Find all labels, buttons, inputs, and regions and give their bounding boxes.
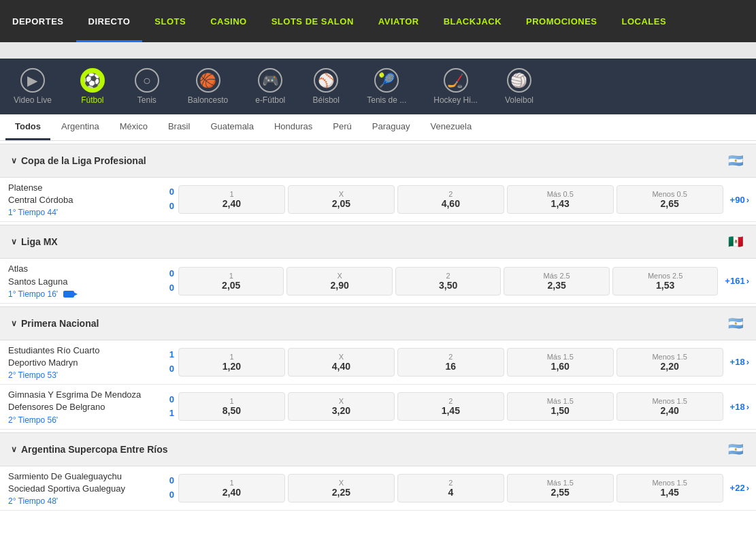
nav-item-locales[interactable]: LOCALES — [610, 0, 679, 42]
filter-tab-brasil[interactable]: Brasil — [159, 114, 200, 140]
sport-item-béisbol[interactable]: ⚾Béisbol — [299, 64, 353, 109]
odd-label: 1 — [182, 353, 282, 361]
sport-item-hockey-hi...[interactable]: 🏒Hockey Hi... — [420, 64, 491, 109]
more-bets-button[interactable]: +90 › — [723, 195, 756, 205]
more-bets-button[interactable]: +18 › — [723, 402, 756, 412]
league-header-1[interactable]: ∨ Liga MX🇲🇽 — [0, 225, 756, 259]
odd-box-menos-1.5[interactable]: Menos 1.5 2,20 — [617, 348, 723, 377]
odd-box-x[interactable]: X 3,20 — [288, 392, 395, 421]
odd-value: 1,60 — [510, 361, 610, 372]
sport-item-fútbol[interactable]: ⚽Fútbol — [65, 64, 120, 109]
odd-label: Más 1.5 — [510, 479, 610, 487]
odd-value: 3,20 — [291, 405, 391, 416]
score1: 0 — [158, 267, 174, 281]
nav-item-slots[interactable]: SLOTS — [142, 0, 198, 42]
sport-item-tenis-de-...[interactable]: 🎾Tenis de ... — [353, 64, 420, 109]
sport-item-voleibol[interactable]: 🏐Voleibol — [491, 64, 547, 109]
sport-label: Béisbol — [313, 95, 340, 105]
score2: 0 — [158, 362, 174, 377]
odd-box-x[interactable]: X 2,90 — [286, 267, 392, 296]
odd-box-1[interactable]: 1 8,50 — [178, 392, 285, 421]
odd-box-2[interactable]: 2 4,60 — [397, 185, 504, 214]
odd-box-x[interactable]: X 2,25 — [288, 474, 395, 502]
team2-name: Sociedad Sportiva Gualeguay — [8, 483, 158, 495]
league-flag: 🇦🇷 — [726, 151, 745, 170]
odd-box-1[interactable]: 1 1,20 — [178, 348, 285, 377]
league-header-2[interactable]: ∨ Primera Nacional🇦🇷 — [0, 306, 756, 340]
odd-box-menos-0.5[interactable]: Menos 0.5 2,65 — [617, 185, 723, 214]
filter-tab-guatemala[interactable]: Guatemala — [201, 114, 263, 140]
odd-label: Menos 0.5 — [620, 190, 720, 198]
nav-item-blackjack[interactable]: BLACKJACK — [431, 0, 514, 42]
league-header-0[interactable]: ∨ Copa de la Liga Profesional🇦🇷 — [0, 144, 756, 178]
odd-box-más-1.5[interactable]: Más 1.5 1,60 — [507, 348, 614, 377]
filter-tab-honduras[interactable]: Honduras — [265, 114, 322, 140]
odd-box-más-2.5[interactable]: Más 2.5 2,35 — [504, 267, 609, 296]
odd-label: 2 — [399, 272, 497, 280]
sport-item-tenis[interactable]: ○Tenis — [120, 64, 174, 109]
sport-item-baloncesto[interactable]: 🏀Baloncesto — [174, 64, 242, 109]
sport-icon: 🏐 — [507, 68, 531, 93]
filter-tab-argentina[interactable]: Argentina — [52, 114, 109, 140]
odd-label: 1 — [182, 397, 282, 405]
chevron-right-icon: › — [746, 357, 749, 367]
nav-item-aviator[interactable]: AVIATOR — [366, 0, 431, 42]
odd-box-más-1.5[interactable]: Más 1.5 2,55 — [507, 474, 614, 502]
nav-item-promociones[interactable]: PROMOCIONES — [514, 0, 609, 42]
odd-value: 2,05 — [291, 198, 391, 209]
filter-tab-méxico[interactable]: México — [110, 114, 157, 140]
filter-tab-perú[interactable]: Perú — [323, 114, 361, 140]
more-bets-button[interactable]: +18 › — [723, 357, 756, 367]
score2: 0 — [158, 488, 174, 502]
odd-box-2[interactable]: 2 1,45 — [397, 392, 504, 421]
more-bets-button[interactable]: +22 › — [723, 483, 756, 493]
sport-label: Tenis de ... — [367, 95, 406, 105]
nav-item-directo[interactable]: DIRECTO — [76, 0, 143, 42]
odd-box-x[interactable]: X 4,40 — [288, 348, 395, 377]
odd-box-menos-1.5[interactable]: Menos 1.5 2,40 — [617, 392, 723, 421]
score1: 0 — [158, 474, 174, 488]
odd-value: 2,35 — [507, 280, 606, 291]
nav-item-casino[interactable]: CASINO — [198, 0, 259, 42]
odd-label: 1 — [182, 190, 282, 198]
odd-box-más-0.5[interactable]: Más 0.5 1,43 — [507, 185, 614, 214]
odd-box-x[interactable]: X 2,05 — [288, 185, 395, 214]
odd-box-2[interactable]: 2 16 — [397, 348, 504, 377]
match-info: Sarmiento De Gualeguaychu Sociedad Sport… — [8, 470, 158, 506]
filter-tab-todos[interactable]: Todos — [5, 114, 50, 140]
match-info: Atlas Santos Laguna 1° Tiempo 16' — [8, 263, 158, 298]
sport-item-video-live[interactable]: ▶Video Live — [0, 64, 65, 109]
odd-box-1[interactable]: 1 2,40 — [178, 185, 285, 214]
odd-box-menos-2.5[interactable]: Menos 2.5 1,53 — [612, 267, 718, 296]
more-bets-button[interactable]: +161 › — [718, 276, 756, 286]
league-header-3[interactable]: ∨ Argentina Supercopa Entre Ríos🇦🇷 — [0, 432, 756, 466]
filter-tab-venezuela[interactable]: Venezuela — [421, 114, 481, 140]
odd-box-1[interactable]: 1 2,05 — [178, 267, 284, 296]
team1-name: Sarmiento De Gualeguaychu — [8, 470, 158, 483]
sport-label: Tenis — [137, 95, 157, 105]
odd-box-2[interactable]: 2 4 — [397, 474, 504, 502]
filter-tab-paraguay[interactable]: Paraguay — [363, 114, 420, 140]
league-title: ∨ Primera Nacional — [11, 318, 99, 329]
score-col: 0 1 — [158, 393, 174, 421]
odd-box-2[interactable]: 2 3,50 — [395, 267, 501, 296]
odd-value: 2,40 — [182, 198, 282, 209]
sport-item-e-fútbol[interactable]: 🎮e-Fútbol — [242, 64, 299, 109]
odd-label: 2 — [401, 353, 501, 361]
odd-value: 1,53 — [616, 280, 714, 291]
odd-box-1[interactable]: 1 2,40 — [178, 474, 285, 502]
odd-box-más-1.5[interactable]: Más 1.5 1,50 — [507, 392, 614, 421]
nav-item-deportes[interactable]: DEPORTES — [0, 0, 76, 42]
match-row: Platense Central Córdoba 1° Tiempo 44' 0… — [0, 178, 756, 222]
odd-box-menos-1.5[interactable]: Menos 1.5 1,45 — [617, 474, 723, 502]
nav-item-slots-de-salon[interactable]: SLOTS DE SALON — [259, 0, 366, 42]
match-time: 1° Tiempo 16' — [8, 289, 158, 299]
chevron-right-icon: › — [746, 483, 749, 493]
odds-container: 1 1,20 X 4,40 2 16 Más 1.5 1,60 Menos 1.… — [178, 348, 723, 377]
sport-label: Fútbol — [81, 95, 103, 105]
sport-label: Hockey Hi... — [433, 95, 478, 105]
team2-name: Santos Laguna — [8, 276, 158, 288]
sports-bar: ▶Video Live⚽Fútbol○Tenis🏀Baloncesto🎮e-Fú… — [0, 59, 756, 114]
odd-label: Más 2.5 — [507, 272, 606, 280]
league-title: ∨ Argentina Supercopa Entre Ríos — [11, 444, 167, 455]
